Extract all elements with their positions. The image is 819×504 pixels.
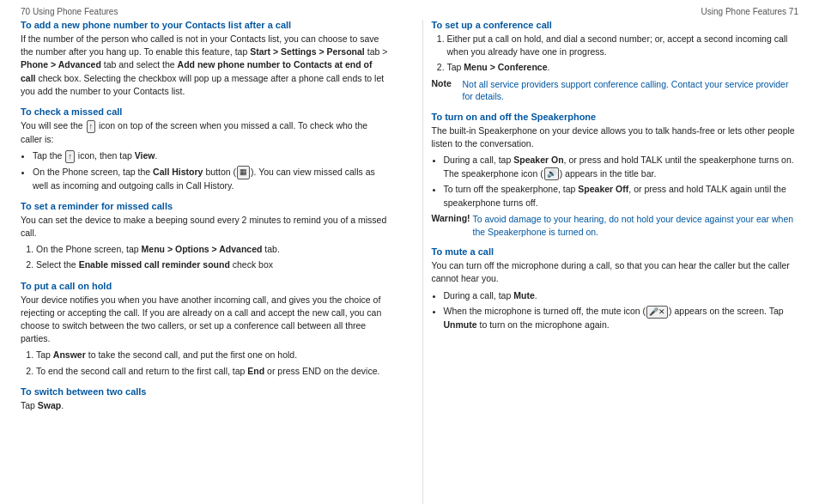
- list-item: Select the Enable missed call reminder s…: [36, 258, 388, 271]
- header-right: Using Phone Features 71: [701, 7, 798, 16]
- conference-list: Either put a call on hold, and dial a se…: [447, 33, 799, 75]
- list-item: Tap the ↑ icon, then tap View.: [33, 149, 388, 163]
- speakerphone-para: The built-in Speakerphone on your device…: [432, 124, 799, 150]
- speakerphone-list: During a call, tap Speaker On, or press …: [444, 154, 799, 209]
- section-mute-call: To mute a call You can turn off the micr…: [432, 246, 799, 331]
- section-switch-calls: To switch between two calls Tap Swap.: [21, 386, 388, 412]
- speakerphone-warning: Warning! To avoid damage to your hearing…: [432, 213, 799, 238]
- warning-text: To avoid damage to your hearing, do not …: [473, 213, 799, 238]
- section-check-missed-call: To check a missed call You will see the …: [21, 106, 388, 192]
- page-header: 70 Using Phone Features Using Phone Feat…: [0, 0, 819, 20]
- mute-list: During a call, tap Mute. When the microp…: [444, 289, 799, 331]
- warning-label: Warning!: [432, 213, 470, 238]
- reminder-list: On the Phone screen, tap Menu > Options …: [36, 243, 388, 271]
- list-item: To turn off the speakerphone, tap Speake…: [444, 183, 799, 209]
- missed-call-list: Tap the ↑ icon, then tap View. On the Ph…: [33, 149, 388, 192]
- reminder-para: You can set the device to make a beeping…: [21, 214, 388, 240]
- section-call-on-hold: To put a call on hold Your device notifi…: [21, 281, 388, 378]
- list-item: On the Phone screen, tap Menu > Options …: [36, 243, 388, 256]
- content-area: To add a new phone number to your Contac…: [0, 20, 819, 504]
- section-title-speakerphone: To turn on and off the Speakerphone: [432, 112, 799, 122]
- section-title-switch: To switch between two calls: [21, 386, 388, 397]
- switch-para: Tap Swap.: [21, 399, 388, 412]
- page-container: 70 Using Phone Features Using Phone Feat…: [0, 0, 819, 504]
- section-reminder-missed: To set a reminder for missed calls You c…: [21, 201, 388, 272]
- section-add-phone-number: To add a new phone number to your Contac…: [21, 20, 388, 98]
- list-item: On the Phone screen, tap the Call Histor…: [33, 166, 388, 192]
- add-phone-para: If the number of the person who called i…: [21, 33, 388, 98]
- list-item: During a call, tap Mute.: [444, 289, 799, 302]
- list-item: Tap Menu > Conference.: [447, 61, 799, 74]
- missed-call-para: You will see the ↑ icon on top of the sc…: [21, 119, 388, 146]
- section-conference-call: To set up a conference call Either put a…: [432, 20, 799, 103]
- hold-para: Your device notifies you when you have a…: [21, 294, 388, 346]
- section-title-missed-call: To check a missed call: [21, 106, 388, 117]
- list-item: To end the second call and return to the…: [36, 365, 388, 378]
- mute-para: You can turn off the microphone during a…: [432, 259, 799, 285]
- section-title-mute: To mute a call: [432, 246, 799, 257]
- section-title-add-phone: To add a new phone number to your Contac…: [21, 20, 388, 30]
- list-item: Either put a call on hold, and dial a se…: [447, 33, 799, 58]
- section-title-reminder: To set a reminder for missed calls: [21, 201, 388, 211]
- note-text: Not all service providers support confer…: [463, 78, 799, 103]
- right-column: To set up a conference call Either put a…: [422, 20, 799, 504]
- section-title-conference: To set up a conference call: [432, 20, 799, 30]
- section-speakerphone: To turn on and off the Speakerphone The …: [432, 112, 799, 238]
- note-label: Note: [432, 78, 456, 103]
- conference-note: Note Not all service providers support c…: [432, 78, 799, 103]
- section-title-hold: To put a call on hold: [21, 281, 388, 291]
- left-column: To add a new phone number to your Contac…: [21, 20, 397, 504]
- list-item: Tap Answer to take the second call, and …: [36, 349, 388, 361]
- hold-list: Tap Answer to take the second call, and …: [36, 349, 388, 377]
- list-item: During a call, tap Speaker On, or press …: [444, 154, 799, 180]
- list-item: When the microphone is turned off, the m…: [444, 305, 799, 331]
- header-left: 70 Using Phone Features: [21, 7, 118, 16]
